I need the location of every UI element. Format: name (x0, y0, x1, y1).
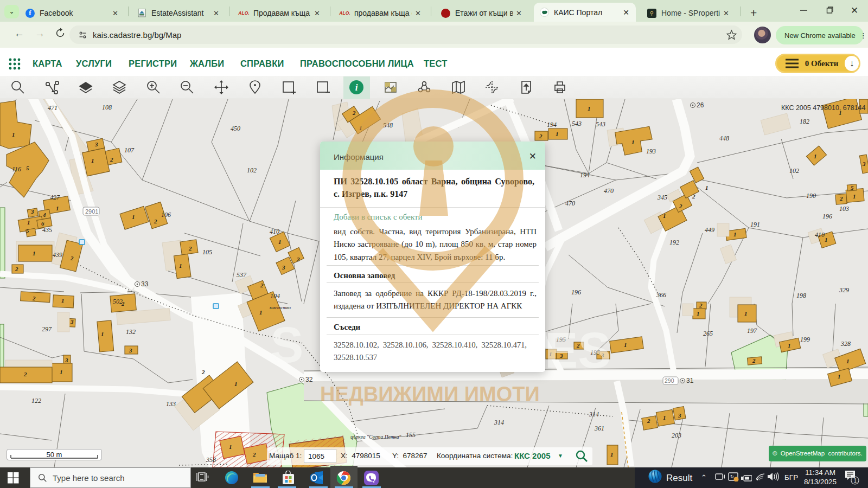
svg-text:3: 3 (601, 352, 604, 358)
svg-text:1: 1 (854, 478, 857, 484)
svg-text:църква "Света Петка": църква "Света Петка" (350, 434, 401, 440)
svg-text:↻: ↻ (730, 474, 734, 479)
svg-text:199: 199 (800, 336, 810, 343)
svg-text:1: 1 (56, 205, 59, 211)
svg-text:122: 122 (31, 397, 41, 404)
svg-text:1: 1 (846, 358, 850, 364)
svg-text:2: 2 (154, 218, 157, 224)
svg-text:1: 1 (60, 369, 63, 375)
svg-text:2901: 2901 (85, 208, 98, 215)
svg-text:2: 2 (15, 266, 18, 272)
svg-text:1: 1 (278, 239, 282, 245)
svg-text:358: 358 (206, 456, 216, 464)
svg-text:537: 537 (237, 271, 247, 279)
svg-text:1: 1 (549, 351, 552, 357)
svg-text:427: 427 (50, 194, 60, 201)
svg-text:194: 194 (547, 121, 557, 129)
svg-text:2: 2 (188, 245, 192, 252)
svg-text:1: 1 (27, 219, 30, 226)
svg-text:548: 548 (383, 121, 393, 129)
svg-text:3: 3 (70, 318, 74, 325)
svg-text:1: 1 (663, 213, 666, 219)
svg-text:133: 133 (166, 400, 176, 408)
svg-text:1: 1 (359, 125, 362, 131)
svg-text:132: 132 (126, 328, 136, 336)
svg-text:196: 196 (822, 213, 832, 220)
svg-text:116: 116 (12, 165, 21, 173)
svg-text:ККС 2005 4798010, 678144: ККС 2005 4798010, 678144 (781, 104, 866, 112)
svg-text:196: 196 (571, 288, 581, 296)
svg-text:1: 1 (91, 157, 94, 164)
svg-text:1: 1 (788, 342, 791, 349)
svg-text:2: 2 (201, 369, 205, 375)
svg-text:i: i (355, 82, 358, 93)
svg-text:182: 182 (800, 118, 809, 125)
svg-text:543: 543 (596, 120, 605, 128)
svg-text:1: 1 (624, 342, 627, 348)
svg-text:2: 2 (692, 193, 695, 200)
svg-text:32: 32 (305, 376, 313, 383)
svg-text:450: 450 (231, 125, 240, 132)
svg-text:4: 4 (42, 211, 46, 218)
svg-text:155: 155 (406, 431, 416, 439)
svg-text:5: 5 (851, 184, 854, 191)
svg-text:439: 439 (53, 251, 62, 259)
svg-text:193: 193 (646, 147, 656, 155)
svg-text:3: 3 (282, 264, 285, 271)
svg-text:33: 33 (141, 280, 149, 288)
svg-text:5: 5 (26, 165, 29, 171)
svg-text:2: 2 (679, 203, 682, 209)
svg-text:1: 1 (631, 139, 635, 145)
svg-text:345: 345 (657, 194, 667, 201)
svg-text:3: 3 (94, 141, 98, 147)
svg-text:1: 1 (12, 131, 15, 138)
svg-text:1: 1 (234, 381, 238, 387)
svg-text:3: 3 (559, 352, 563, 359)
svg-text:2: 2 (296, 256, 300, 262)
svg-text:1: 1 (610, 451, 614, 458)
svg-text:1: 1 (33, 250, 36, 256)
svg-text:470: 470 (604, 187, 614, 195)
svg-text:361: 361 (594, 425, 604, 432)
svg-text:3: 3 (678, 412, 681, 419)
svg-text:102: 102 (789, 167, 799, 175)
svg-text:2: 2 (23, 371, 27, 377)
svg-text:471: 471 (48, 104, 58, 112)
svg-text:1: 1 (101, 331, 104, 337)
svg-text:194: 194 (580, 171, 590, 179)
svg-text:410: 410 (270, 228, 279, 235)
svg-text:195: 195 (590, 349, 600, 356)
svg-text:410: 410 (815, 231, 825, 239)
svg-text:2: 2 (260, 282, 264, 288)
svg-text:2: 2 (32, 295, 36, 301)
svg-text:1: 1 (229, 444, 232, 450)
svg-text:435: 435 (42, 226, 52, 234)
svg-text:328: 328 (840, 340, 851, 348)
svg-text:265: 265 (703, 330, 713, 337)
svg-text:191: 191 (750, 221, 760, 228)
svg-text:5: 5 (26, 227, 29, 234)
svg-text:2: 2 (647, 418, 650, 424)
svg-text:1: 1 (838, 373, 841, 380)
svg-text:1: 1 (132, 214, 135, 220)
svg-text:103: 103 (839, 205, 849, 213)
svg-text:1: 1 (744, 310, 748, 317)
svg-text:108: 108 (102, 104, 112, 111)
svg-text:2: 2 (752, 357, 756, 364)
svg-text:1: 1 (61, 297, 65, 304)
svg-text:448: 448 (719, 134, 729, 142)
svg-text:1: 1 (663, 414, 666, 421)
svg-text:1: 1 (588, 105, 591, 112)
svg-text:449: 449 (705, 226, 714, 234)
svg-text:2: 2 (110, 156, 113, 163)
svg-text:105: 105 (202, 248, 212, 256)
svg-text:192: 192 (669, 239, 679, 246)
svg-text:314: 314 (494, 419, 504, 426)
svg-text:1: 1 (853, 193, 856, 200)
svg-text:190: 190 (806, 192, 816, 200)
svg-text:26: 26 (697, 101, 704, 109)
svg-text:1: 1 (814, 153, 817, 159)
svg-text:2: 2 (70, 255, 74, 261)
svg-text:2: 2 (252, 451, 256, 458)
svg-text:1: 1 (825, 236, 828, 243)
